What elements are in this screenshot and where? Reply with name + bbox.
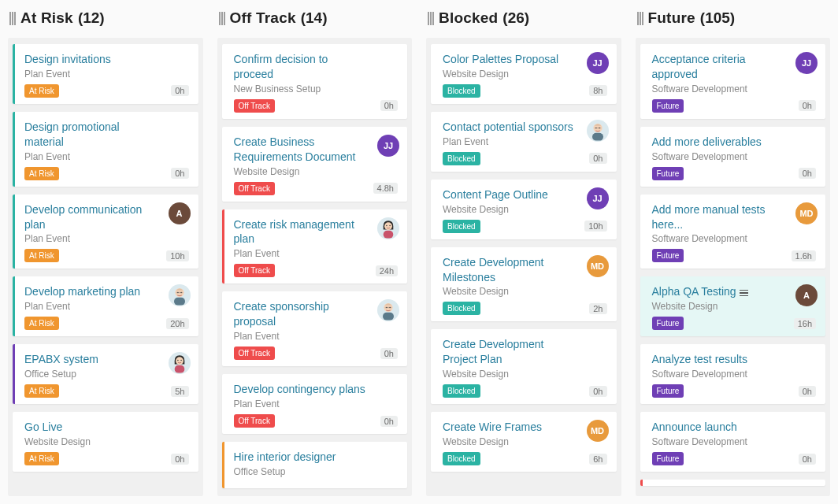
task-card[interactable]: Design promotional materialPlan EventAt … (13, 112, 198, 187)
task-card[interactable]: Develop marketing planPlan EventAt Risk2… (13, 276, 198, 336)
task-card[interactable]: JJColor Palettes ProposalWebsite DesignB… (431, 44, 617, 104)
card-footer: At Risk0h (24, 452, 189, 465)
card-project: Plan Event (234, 398, 399, 410)
card-title: Develop contingency plans (234, 382, 399, 397)
card-title: Create Development Milestones (443, 255, 607, 285)
drag-handle-icon[interactable] (428, 12, 434, 25)
hours-badge: 0h (171, 85, 188, 96)
task-card[interactable]: JJAcceptance criteria approvedSoftware D… (640, 44, 826, 119)
hours-badge: 6h (589, 454, 606, 465)
column-header[interactable]: Blocked(26) (426, 9, 621, 27)
card-footer: Blocked2h (443, 302, 607, 315)
hours-badge: 8h (589, 85, 606, 96)
task-card[interactable]: Add more deliverablesSoftware Developmen… (640, 127, 826, 187)
drag-handle-icon[interactable] (219, 12, 225, 25)
column-count: (14) (301, 9, 328, 27)
card-project: Website Design (24, 436, 189, 447)
task-card[interactable]: Develop contingency plansPlan EventOff T… (222, 374, 408, 434)
task-card[interactable] (640, 480, 826, 486)
task-card[interactable]: Create Development Project PlanWebsite D… (431, 329, 617, 404)
task-card[interactable]: Create risk management planPlan EventOff… (222, 209, 408, 284)
card-title: Analyze test results (652, 352, 817, 367)
card-title: Design invitations (24, 52, 189, 67)
assignee-avatar[interactable]: JJ (377, 135, 399, 157)
task-card[interactable]: JJCreate Business Requirements DocumentW… (222, 127, 408, 202)
assignee-avatar[interactable] (169, 284, 191, 306)
svg-point-15 (389, 224, 390, 225)
card-title: Create sponsorship proposal (234, 299, 399, 329)
assignee-avatar[interactable]: A (169, 202, 191, 224)
task-card[interactable]: MDCreate Wire FramesWebsite DesignBlocke… (431, 412, 617, 472)
assignee-avatar[interactable] (377, 217, 399, 239)
status-badge: Future (652, 99, 684, 113)
status-badge: At Risk (24, 452, 59, 465)
svg-rect-5 (176, 292, 182, 293)
card-title: Contact potential sponsors (443, 120, 607, 135)
hours-badge: 5h (171, 386, 188, 397)
drag-handle-icon[interactable] (9, 12, 16, 25)
card-footer: Off Track24h (234, 264, 399, 277)
card-title: Create Business Requirements Document (234, 135, 399, 165)
card-title: Develop communication plan (24, 202, 189, 232)
card-footer: Off Track0h (234, 99, 399, 113)
task-card[interactable]: JJContent Page OutlineWebsite DesignBloc… (431, 180, 617, 239)
hours-badge: 0h (380, 416, 398, 427)
column-header[interactable]: Off Track(14) (217, 9, 413, 27)
assignee-avatar[interactable] (169, 352, 191, 374)
task-card[interactable]: MDAdd more manual tests here...Software … (640, 195, 826, 269)
task-card[interactable]: EPABX systemOffice SetupAt Risk5h (13, 344, 198, 404)
svg-point-12 (384, 222, 392, 230)
task-card[interactable]: Analyze test resultsSoftware Development… (640, 344, 826, 404)
status-badge: Off Track (234, 182, 275, 195)
svg-rect-18 (383, 313, 394, 321)
assignee-avatar[interactable]: MD (587, 255, 609, 277)
task-card[interactable]: Contact potential sponsorsPlan EventBloc… (431, 112, 617, 172)
status-badge: At Risk (24, 84, 59, 98)
assignee-avatar[interactable]: JJ (795, 52, 818, 74)
assignee-avatar[interactable]: JJ (587, 187, 609, 209)
task-card[interactable]: Design invitationsPlan EventAt Risk0h (13, 44, 198, 104)
task-card[interactable]: AAlpha QA TestingWebsite DesignFuture16h (640, 276, 826, 336)
status-badge: At Risk (24, 384, 59, 398)
assignee-avatar[interactable]: JJ (587, 52, 609, 74)
cards-rail: Design invitationsPlan EventAt Risk0hDes… (8, 38, 203, 496)
svg-point-14 (386, 224, 387, 225)
task-card[interactable]: Create sponsorship proposalPlan EventOff… (222, 291, 408, 366)
card-footer: Blocked0h (443, 152, 607, 165)
card-project: Software Development (652, 369, 817, 380)
card-menu-icon[interactable] (740, 290, 748, 297)
column-header[interactable]: At Risk(12) (8, 9, 203, 27)
card-project: Plan Event (24, 69, 189, 80)
card-footer: Blocked8h (443, 84, 607, 98)
card-project: Plan Event (24, 233, 189, 244)
hours-badge: 16h (794, 318, 816, 329)
assignee-avatar[interactable] (377, 299, 399, 321)
column-blocked: Blocked(26)JJColor Palettes ProposalWebs… (426, 9, 621, 496)
card-project: Software Development (652, 151, 817, 162)
column-title: Off Track (230, 9, 296, 27)
task-card[interactable]: ADevelop communication planPlan EventAt … (13, 195, 198, 269)
task-card[interactable]: Announce launchSoftware DevelopmentFutur… (640, 412, 826, 472)
card-footer: Blocked10h (443, 220, 607, 233)
card-project: Website Design (652, 301, 817, 312)
task-card[interactable]: Go LiveWebsite DesignAt Risk0h (13, 412, 198, 472)
card-project: Website Design (443, 286, 607, 297)
assignee-avatar[interactable] (587, 120, 609, 142)
column-future: Future(105)JJAcceptance criteria approve… (636, 9, 831, 496)
assignee-avatar[interactable]: MD (587, 420, 609, 442)
task-card[interactable]: Hire interior designerOffice Setup (222, 442, 408, 488)
card-title: Confirm decision to proceed (234, 52, 399, 82)
status-badge: Off Track (234, 99, 275, 113)
hours-badge: 0h (171, 454, 188, 465)
assignee-avatar[interactable]: MD (795, 202, 818, 224)
drag-handle-icon[interactable] (637, 12, 643, 25)
task-card[interactable]: Confirm decision to proceedNew Business … (222, 44, 408, 119)
status-badge: At Risk (24, 317, 59, 330)
svg-point-7 (176, 358, 184, 365)
card-project: Office Setup (234, 466, 399, 477)
task-card[interactable]: MDCreate Development MilestonesWebsite D… (431, 247, 617, 322)
hours-badge: 24h (376, 265, 398, 276)
card-title: Acceptance criteria approved (652, 52, 817, 82)
card-title: Create Wire Frames (443, 420, 607, 435)
column-header[interactable]: Future(105) (636, 9, 831, 27)
